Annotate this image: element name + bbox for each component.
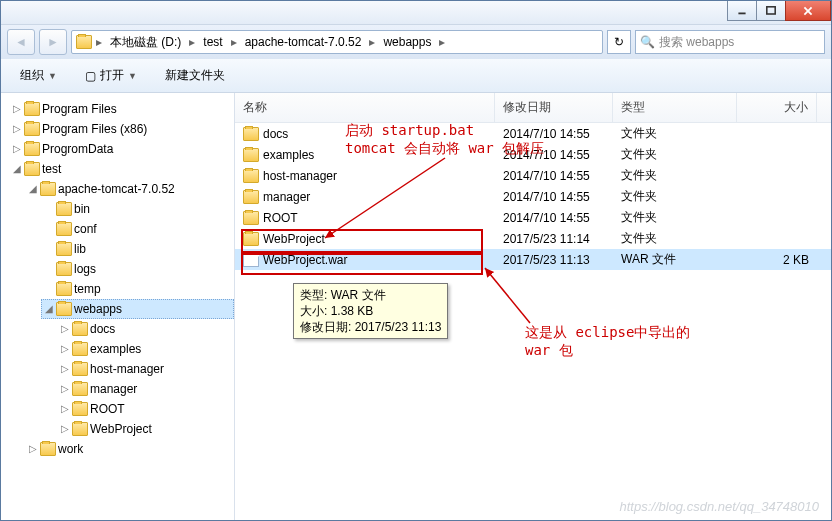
expand-icon[interactable]: ▷ — [59, 344, 70, 355]
file-date: 2017/5/23 11:13 — [495, 253, 613, 267]
expand-icon[interactable]: ◢ — [43, 304, 54, 315]
expand-icon[interactable] — [43, 284, 54, 295]
tree-node[interactable]: ▷ROOT — [57, 399, 234, 419]
file-row[interactable]: examples2014/7/10 14:55文件夹 — [235, 144, 831, 165]
expand-icon[interactable] — [43, 224, 54, 235]
file-date: 2014/7/10 14:55 — [495, 190, 613, 204]
expand-icon[interactable]: ▷ — [11, 104, 22, 115]
expand-icon[interactable]: ◢ — [27, 184, 38, 195]
file-date: 2017/5/23 11:14 — [495, 232, 613, 246]
tree-node[interactable]: logs — [41, 259, 234, 279]
file-name: WebProject.war — [263, 253, 347, 267]
tree-node[interactable]: ▷docs — [57, 319, 234, 339]
expand-icon[interactable]: ▷ — [11, 144, 22, 155]
folder-icon — [243, 148, 259, 162]
organize-button[interactable]: 组织▼ — [9, 62, 68, 89]
file-type: 文件夹 — [613, 230, 737, 247]
folder-icon — [56, 222, 72, 236]
tree-node[interactable]: ◢webapps — [41, 299, 234, 319]
tree-node[interactable]: ◢test — [9, 159, 234, 179]
tree-node[interactable]: conf — [41, 219, 234, 239]
tree-label: webapps — [74, 300, 122, 318]
folder-icon — [243, 211, 259, 225]
folder-icon — [72, 322, 88, 336]
tree-node[interactable]: ◢apache-tomcat-7.0.52 — [25, 179, 234, 199]
file-date: 2014/7/10 14:55 — [495, 148, 613, 162]
folder-icon — [24, 162, 40, 176]
breadcrumb-item[interactable]: test — [199, 33, 226, 51]
folder-icon — [24, 122, 40, 136]
tree-node[interactable]: ▷WebProject — [57, 419, 234, 439]
tree-node[interactable]: temp — [41, 279, 234, 299]
tree-node[interactable]: ▷host-manager — [57, 359, 234, 379]
tree-node[interactable]: ▷ProgromData — [9, 139, 234, 159]
file-row[interactable]: WebProject.war2017/5/23 11:13WAR 文件2 KB — [235, 249, 831, 270]
expand-icon[interactable]: ▷ — [59, 324, 70, 335]
file-list[interactable]: 名称 修改日期 类型 大小 docs2014/7/10 14:55文件夹exam… — [235, 93, 831, 520]
drive-icon — [76, 35, 92, 49]
search-input[interactable]: 🔍 搜索 webapps — [635, 30, 825, 54]
file-row[interactable]: host-manager2014/7/10 14:55文件夹 — [235, 165, 831, 186]
file-row[interactable]: docs2014/7/10 14:55文件夹 — [235, 123, 831, 144]
tree-node[interactable]: ▷Program Files (x86) — [9, 119, 234, 139]
tree-label: temp — [74, 280, 101, 298]
expand-icon[interactable] — [43, 264, 54, 275]
breadcrumb[interactable]: ▸ 本地磁盘 (D:) ▸ test ▸ apache-tomcat-7.0.5… — [71, 30, 603, 54]
tree-node[interactable]: bin — [41, 199, 234, 219]
expand-icon[interactable]: ▷ — [11, 124, 22, 135]
tree-label: test — [42, 160, 61, 178]
col-size[interactable]: 大小 — [737, 93, 817, 122]
tree-node[interactable]: ▷Program Files — [9, 99, 234, 119]
tree-label: ROOT — [90, 400, 125, 418]
breadcrumb-item[interactable]: webapps — [379, 33, 435, 51]
tree-node[interactable]: ▷work — [25, 439, 234, 459]
folder-icon — [56, 302, 72, 316]
expand-icon[interactable]: ▷ — [59, 364, 70, 375]
file-type: 文件夹 — [613, 209, 737, 226]
expand-icon[interactable] — [43, 244, 54, 255]
expand-icon[interactable]: ▷ — [59, 424, 70, 435]
nav-forward-button[interactable]: ► — [39, 29, 67, 55]
tree-node[interactable]: ▷manager — [57, 379, 234, 399]
folder-tree[interactable]: ▷Program Files▷Program Files (x86)▷Progr… — [1, 93, 235, 520]
file-row[interactable]: manager2014/7/10 14:55文件夹 — [235, 186, 831, 207]
nav-back-button[interactable]: ◄ — [7, 29, 35, 55]
tree-node[interactable]: lib — [41, 239, 234, 259]
col-name[interactable]: 名称 — [235, 93, 495, 122]
column-headers[interactable]: 名称 修改日期 类型 大小 — [235, 93, 831, 123]
file-date: 2014/7/10 14:55 — [495, 211, 613, 225]
file-row[interactable]: WebProject2017/5/23 11:14文件夹 — [235, 228, 831, 249]
tree-label: apache-tomcat-7.0.52 — [58, 180, 175, 198]
breadcrumb-item[interactable]: apache-tomcat-7.0.52 — [241, 33, 366, 51]
file-type: 文件夹 — [613, 188, 737, 205]
file-date: 2014/7/10 14:55 — [495, 169, 613, 183]
tree-label: conf — [74, 220, 97, 238]
file-date: 2014/7/10 14:55 — [495, 127, 613, 141]
folder-icon — [72, 342, 88, 356]
expand-icon[interactable]: ▷ — [59, 384, 70, 395]
folder-icon — [56, 242, 72, 256]
tree-label: docs — [90, 320, 115, 338]
close-button[interactable] — [785, 1, 831, 21]
tree-label: examples — [90, 340, 141, 358]
minimize-button[interactable] — [727, 1, 757, 21]
maximize-button[interactable] — [756, 1, 786, 21]
tree-label: ProgromData — [42, 140, 113, 158]
file-size: 2 KB — [737, 253, 817, 267]
expand-icon[interactable] — [43, 204, 54, 215]
new-folder-button[interactable]: 新建文件夹 — [154, 62, 236, 89]
refresh-button[interactable]: ↻ — [607, 30, 631, 54]
expand-icon[interactable]: ◢ — [11, 164, 22, 175]
open-button[interactable]: ▢打开▼ — [74, 62, 148, 89]
breadcrumb-item[interactable]: 本地磁盘 (D:) — [106, 32, 185, 53]
expand-icon[interactable]: ▷ — [59, 404, 70, 415]
expand-icon[interactable]: ▷ — [27, 444, 38, 455]
tree-node[interactable]: ▷examples — [57, 339, 234, 359]
file-name: examples — [263, 148, 314, 162]
tree-label: Program Files (x86) — [42, 120, 147, 138]
col-type[interactable]: 类型 — [613, 93, 737, 122]
file-row[interactable]: ROOT2014/7/10 14:55文件夹 — [235, 207, 831, 228]
col-date[interactable]: 修改日期 — [495, 93, 613, 122]
folder-icon — [243, 169, 259, 183]
tree-label: work — [58, 440, 83, 458]
